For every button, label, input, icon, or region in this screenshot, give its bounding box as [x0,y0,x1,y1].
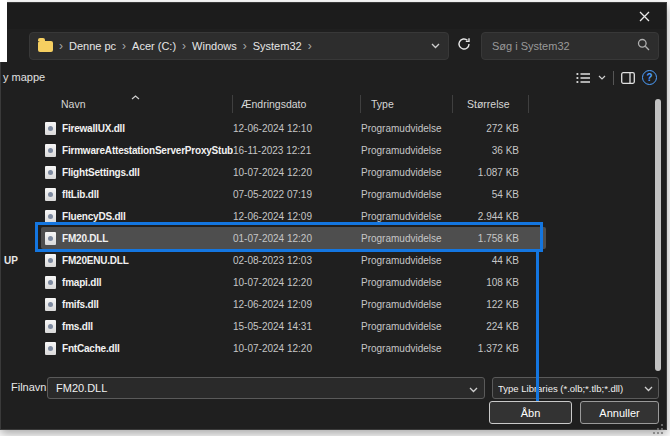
file-row[interactable]: FirewallUX.dll 12-06-2024 12:10 Programu… [41,117,546,139]
file-size: 44 KB [453,255,529,266]
file-date: 02-08-2023 12:03 [233,255,361,266]
file-type: Programudvidelse [361,277,453,288]
new-folder-button[interactable]: y mappe [3,71,45,83]
resize-grip[interactable] [651,421,664,436]
dll-file-icon [45,166,56,179]
dll-file-icon [45,320,56,333]
file-date: 16-11-2023 12:21 [233,145,361,156]
file-size: 272 KB [453,123,529,134]
breadcrumb-acer-c[interactable]: Acer (C:) [132,40,176,52]
file-date: 12-06-2024 12:09 [233,299,361,310]
address-bar[interactable]: › Denne pc › Acer (C:) › Windows › Syste… [29,32,449,60]
details-view-icon[interactable] [576,72,591,84]
help-icon[interactable]: ? [642,70,657,85]
column-header-size[interactable]: Størrelse [453,95,529,113]
file-name: fmapi.dll [62,277,101,288]
search-box[interactable] [481,32,659,60]
preview-pane-icon[interactable] [621,72,635,84]
file-row[interactable]: FntCache.dll 10-07-2024 12:20 Programudv… [41,337,546,359]
view-controls: ? [576,70,657,85]
file-date: 12-06-2024 12:10 [233,123,361,134]
command-toolbar: y mappe ? [1,63,666,93]
dll-file-icon [45,342,56,355]
sort-ascending-icon [131,87,140,105]
file-name: fms.dll [62,321,93,332]
close-icon [639,8,650,26]
dll-file-icon [45,188,56,201]
breadcrumb-windows[interactable]: Windows [192,40,237,52]
breadcrumb-system32[interactable]: System32 [253,40,302,52]
breadcrumb-separator: › [182,39,186,53]
file-name: FntCache.dll [62,343,120,354]
open-file-dialog: › Denne pc › Acer (C:) › Windows › Syste… [0,2,667,430]
open-button[interactable]: Åbn [489,401,572,424]
file-size: 1.087 KB [453,167,529,178]
file-row[interactable]: fms.dll 15-05-2024 14:31 Programudvidels… [41,315,546,337]
dll-file-icon [45,144,56,157]
file-type: Programudvidelse [361,123,453,134]
file-date: 10-07-2024 12:20 [233,277,361,288]
cancel-button[interactable]: Annuller [580,401,659,424]
file-type: Programudvidelse [361,211,453,222]
file-date: 01-07-2024 12:20 [233,233,361,244]
file-name: FirewallUX.dll [62,123,125,134]
file-date: 10-07-2024 12:20 [233,343,361,354]
file-name: FirmwareAttestationServerProxyStub.dll [62,145,233,156]
refresh-button[interactable] [453,35,475,57]
file-row[interactable]: FlightSettings.dll 10-07-2024 12:20 Prog… [41,161,546,183]
file-row[interactable]: fltLib.dll 07-05-2022 07:19 Programudvid… [41,183,546,205]
search-input[interactable] [490,39,631,53]
file-size: 122 KB [453,299,529,310]
filetype-dropdown[interactable]: Type Libraries (*.olb;*.tlb;*.dll) [492,377,659,399]
address-dropdown-button[interactable] [431,43,440,49]
file-row[interactable]: FluencyDS.dll 12-06-2024 12:09 Programud… [41,205,546,227]
file-name: FluencyDS.dll [62,211,126,222]
filename-label: Filnavn: [11,381,50,393]
file-type: Programudvidelse [361,255,453,266]
file-row[interactable]: fmapi.dll 10-07-2024 12:20 Programudvide… [41,271,546,293]
file-type: Programudvidelse [361,299,453,310]
breadcrumb-separator: › [122,39,126,53]
file-name: fltLib.dll [62,189,99,200]
file-row[interactable]: FM20ENU.DLL 02-08-2023 12:03 Programudvi… [41,249,546,271]
file-type: Programudvidelse [361,343,453,354]
file-size: 54 KB [453,189,529,200]
file-date: 15-05-2024 14:31 [233,321,361,332]
file-type: Programudvidelse [361,167,453,178]
file-type: Programudvidelse [361,233,453,244]
file-row[interactable]: fmifs.dll 12-06-2024 12:09 Programudvide… [41,293,546,315]
column-header-row: Navn Ændringsdato Type Størrelse [41,95,545,113]
breadcrumb-separator: › [243,39,247,53]
breadcrumb-separator: › [308,39,312,53]
file-type: Programudvidelse [361,321,453,332]
dll-file-icon [45,254,56,267]
chevron-down-icon [469,379,478,397]
filename-input[interactable] [54,381,469,395]
address-row: › Denne pc › Acer (C:) › Windows › Syste… [1,29,666,63]
dll-file-icon [45,232,56,245]
column-header-name[interactable]: Navn [45,95,233,113]
file-type: Programudvidelse [361,145,453,156]
nav-pane-item-partial[interactable]: UP [4,255,18,266]
filename-combobox[interactable] [47,377,485,399]
dll-file-icon [45,276,56,289]
file-date: 12-06-2024 12:09 [233,211,361,222]
breadcrumb-denne-pc[interactable]: Denne pc [69,40,116,52]
vertical-scrollbar[interactable] [655,99,661,371]
chevron-down-icon [644,383,653,394]
filetype-value: Type Libraries (*.olb;*.tlb;*.dll) [498,383,644,394]
column-header-date[interactable]: Ændringsdato [233,95,361,113]
dll-file-icon [45,210,56,223]
file-size: 36 KB [453,145,529,156]
file-row-selected[interactable]: FM20.DLL 01-07-2024 12:20 Programudvidel… [41,227,546,249]
view-dropdown-chevron-icon[interactable] [598,75,606,80]
close-button[interactable] [630,6,658,27]
file-name: fmifs.dll [62,299,99,310]
column-header-type[interactable]: Type [361,95,453,113]
background-window-sliver [0,0,7,62]
file-size: 2.944 KB [453,211,529,222]
file-row[interactable]: FirmwareAttestationServerProxyStub.dll 1… [41,139,546,161]
folder-icon [38,41,53,52]
titlebar [1,3,666,29]
file-date: 07-05-2022 07:19 [233,189,361,200]
